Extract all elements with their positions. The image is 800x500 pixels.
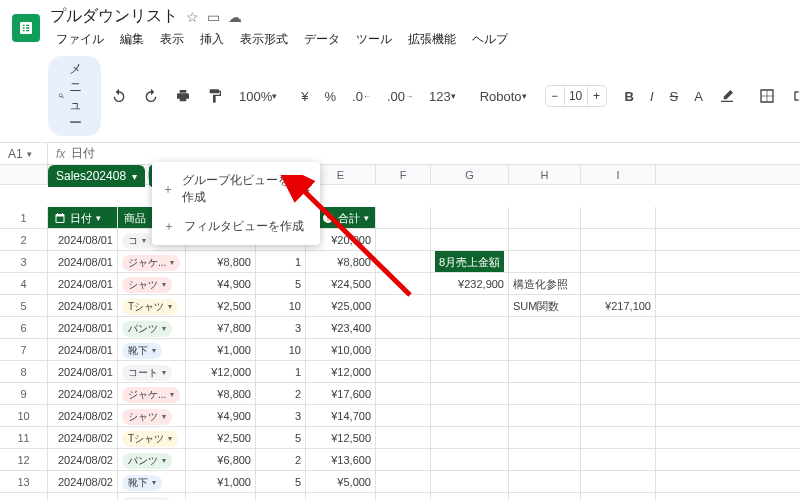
borders-button[interactable]	[753, 84, 781, 108]
cell[interactable]: シャツ▾	[118, 405, 186, 426]
cell[interactable]: ¥7,800	[186, 317, 256, 338]
dropdown-chip[interactable]: パンツ▾	[122, 321, 172, 337]
cell[interactable]	[509, 383, 581, 404]
zoom-dropdown[interactable]: 100% ▾	[233, 85, 283, 108]
cell[interactable]: ¥8,800	[186, 383, 256, 404]
menu-help[interactable]: ヘルプ	[466, 29, 514, 50]
cell[interactable]: ¥20,000	[186, 493, 256, 500]
cell[interactable]	[509, 339, 581, 360]
print-button[interactable]	[169, 84, 197, 108]
ctx-filter-view[interactable]: ＋ フィルタビューを作成	[152, 212, 320, 241]
cell[interactable]	[376, 273, 431, 294]
cell[interactable]: 2024/08/01	[48, 339, 118, 360]
cell[interactable]: 2024/08/01	[48, 273, 118, 294]
cell[interactable]: 2024/08/02	[48, 427, 118, 448]
cell[interactable]: 2024/08/01	[48, 295, 118, 316]
row-header[interactable]: 8	[0, 361, 48, 382]
cell[interactable]: ¥10,000	[306, 339, 376, 360]
cell[interactable]: ¥8,800	[186, 251, 256, 272]
doc-title[interactable]: プルダウンリスト	[50, 6, 178, 27]
cell[interactable]	[431, 383, 509, 404]
cell[interactable]: 1	[256, 361, 306, 382]
col-header[interactable]: G	[431, 165, 509, 184]
cell[interactable]: ジャケ...▾	[118, 383, 186, 404]
cell[interactable]: 5	[256, 471, 306, 492]
cell[interactable]	[431, 471, 509, 492]
cell[interactable]: ジャケ...▾	[118, 251, 186, 272]
cell[interactable]	[509, 493, 581, 500]
row-header[interactable]: 3	[0, 251, 48, 272]
col-date-header[interactable]: 日付▾	[48, 207, 117, 228]
cell[interactable]	[431, 449, 509, 470]
cell[interactable]: ¥232,900	[431, 273, 509, 294]
merge-button[interactable]	[785, 84, 800, 108]
cell[interactable]: コート▾	[118, 361, 186, 382]
cell[interactable]: 靴下▾	[118, 471, 186, 492]
font-dropdown[interactable]: Roboto ▾	[474, 85, 533, 108]
cell[interactable]: ¥4,900	[186, 405, 256, 426]
paint-format-button[interactable]	[201, 84, 229, 108]
formula-bar[interactable]: 日付	[71, 145, 95, 162]
menu-extensions[interactable]: 拡張機能	[402, 29, 462, 50]
row-header[interactable]: 9	[0, 383, 48, 404]
cell[interactable]: 8月売上金額	[431, 251, 509, 272]
cell[interactable]: ¥17,600	[306, 383, 376, 404]
cell[interactable]	[431, 229, 509, 250]
cell[interactable]: 靴下▾	[118, 339, 186, 360]
cell[interactable]: 2024/08/01	[48, 251, 118, 272]
cell[interactable]: ¥8,800	[306, 251, 376, 272]
cell[interactable]: 2024/08/02	[48, 405, 118, 426]
cell[interactable]: Tシャツ▾	[118, 427, 186, 448]
cell[interactable]: ¥2,500	[186, 295, 256, 316]
cell[interactable]	[509, 229, 581, 250]
cell[interactable]: ¥5,000	[306, 471, 376, 492]
menu-view[interactable]: 表示	[154, 29, 190, 50]
cell[interactable]	[581, 405, 656, 426]
cell[interactable]: 1	[256, 251, 306, 272]
cell[interactable]	[431, 317, 509, 338]
cell[interactable]: 2024/08/02	[48, 471, 118, 492]
font-size-decrease[interactable]: −	[546, 89, 564, 103]
dropdown-chip[interactable]: ジャケ...▾	[122, 255, 180, 271]
row-header[interactable]: 13	[0, 471, 48, 492]
cell[interactable]	[376, 405, 431, 426]
cell[interactable]	[581, 339, 656, 360]
cell[interactable]	[509, 317, 581, 338]
cell[interactable]: ¥2,500	[186, 427, 256, 448]
cell[interactable]: ¥13,600	[306, 449, 376, 470]
redo-button[interactable]	[137, 84, 165, 108]
row-header[interactable]: 5	[0, 295, 48, 316]
cell[interactable]	[581, 383, 656, 404]
menu-tools[interactable]: ツール	[350, 29, 398, 50]
font-size-increase[interactable]: +	[588, 89, 606, 103]
cell[interactable]: ¥24,500	[306, 273, 376, 294]
name-box[interactable]: A1▾	[0, 143, 48, 164]
dropdown-chip[interactable]: シャツ▾	[122, 277, 172, 293]
menu-insert[interactable]: 挿入	[194, 29, 230, 50]
cell[interactable]	[431, 427, 509, 448]
col-header[interactable]: I	[581, 165, 656, 184]
cell[interactable]	[581, 471, 656, 492]
cell[interactable]	[509, 361, 581, 382]
cell[interactable]: 10	[256, 295, 306, 316]
cell[interactable]	[581, 229, 656, 250]
cell[interactable]	[509, 251, 581, 272]
decrease-decimal-button[interactable]: .0←	[346, 85, 377, 108]
cell[interactable]: ¥25,000	[306, 295, 376, 316]
row-header[interactable]: 14	[0, 493, 48, 500]
cell[interactable]: シャツ▾	[118, 273, 186, 294]
cell[interactable]	[376, 251, 431, 272]
dropdown-chip[interactable]: 靴下▾	[122, 475, 162, 491]
menu-format[interactable]: 表示形式	[234, 29, 294, 50]
cell[interactable]	[509, 449, 581, 470]
row-header[interactable]: 4	[0, 273, 48, 294]
cell[interactable]	[431, 339, 509, 360]
dropdown-chip[interactable]: Tシャツ▾	[122, 299, 178, 315]
cell[interactable]	[431, 493, 509, 500]
cell[interactable]: 2024/08/01	[48, 229, 118, 250]
cell[interactable]	[581, 251, 656, 272]
cell[interactable]	[376, 449, 431, 470]
text-color-button[interactable]: A	[688, 85, 709, 108]
cell[interactable]: コート▾	[118, 493, 186, 500]
menu-edit[interactable]: 編集	[114, 29, 150, 50]
